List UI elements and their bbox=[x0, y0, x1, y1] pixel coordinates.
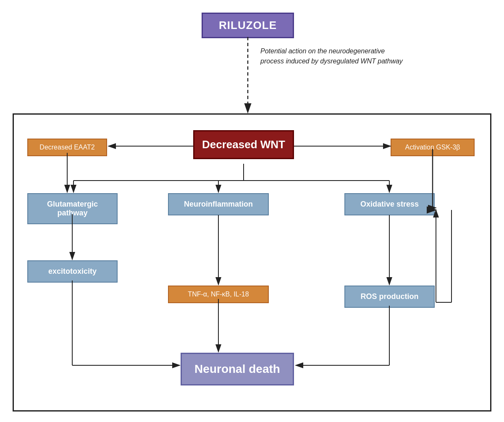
excitotoxicity-box: excitotoxicity bbox=[27, 260, 118, 283]
neuroinflammation-box: Neuroinflammation bbox=[168, 193, 269, 215]
decreased-wnt-box: Decreased WNT bbox=[193, 130, 294, 159]
activation-gsk-box: Activation GSK-3β bbox=[391, 139, 475, 156]
diagram-container: RILUZOLE Potential action on the neurode… bbox=[0, 0, 504, 422]
riluzole-box: RILUZOLE bbox=[202, 13, 294, 38]
oxidative-stress-box: Oxidative stress bbox=[344, 193, 435, 215]
neuronal-death-box: Neuronal death bbox=[181, 353, 294, 385]
tnf-box: TNF-α, NF-κB, IL-18 bbox=[168, 286, 269, 303]
decreased-eaat2-box: Decreased EAAT2 bbox=[27, 139, 107, 156]
note-text: Potential action on the neurodegenerativ… bbox=[260, 46, 403, 66]
glutamatergic-box: Glutamatergic pathway bbox=[27, 193, 118, 224]
ros-production-box: ROS production bbox=[344, 286, 435, 308]
riluzole-label: RILUZOLE bbox=[219, 19, 277, 31]
